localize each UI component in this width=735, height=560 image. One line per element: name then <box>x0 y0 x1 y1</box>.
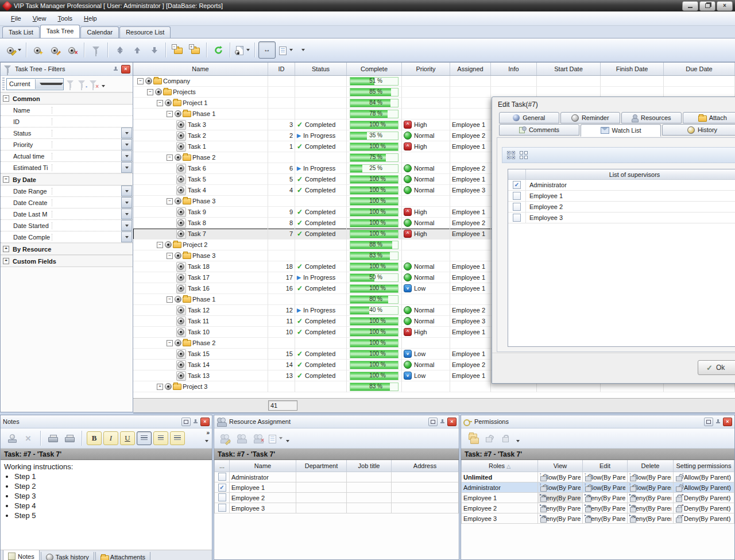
new-task-button[interactable] <box>5 42 22 58</box>
resource-column-department[interactable]: Department <box>296 460 347 472</box>
permissions-close-button[interactable]: × <box>723 418 732 426</box>
italic-button[interactable]: I <box>103 431 118 445</box>
resource-column-name[interactable]: Name <box>230 460 296 472</box>
column-header-status[interactable]: Status <box>295 63 347 75</box>
filter-preset-select[interactable]: Current <box>6 78 64 90</box>
customize-columns-button[interactable] <box>277 42 294 58</box>
underline-button[interactable]: U <box>120 431 135 445</box>
filter-tasks-button[interactable] <box>88 42 104 58</box>
filter-section-common[interactable]: −Common <box>1 92 133 105</box>
chevron-down-icon[interactable] <box>121 220 132 231</box>
permission-cell[interactable]: ↑Allow(By Parent) <box>538 482 583 493</box>
collapse-icon[interactable]: − <box>157 242 163 248</box>
checkbox-cell[interactable] <box>215 493 230 503</box>
fit-columns-button[interactable]: ↔ <box>258 41 276 59</box>
add-task-button[interactable]: ✦ <box>30 42 46 58</box>
unchecked-checkbox[interactable] <box>513 192 521 200</box>
unchecked-checkbox[interactable] <box>218 493 226 501</box>
permissions-row[interactable]: Unlimited↑Allow(By Parent)↑Allow(By Pare… <box>462 472 734 482</box>
permission-cell[interactable]: +Deny(By Parent) <box>674 513 734 524</box>
permissions-column-roles[interactable]: Roles △ <box>462 460 538 472</box>
dialog-tab-reminder[interactable]: Reminder <box>560 112 621 123</box>
expand-icon[interactable]: + <box>3 246 9 252</box>
restore-panel-icon[interactable] <box>704 418 713 426</box>
permission-cell[interactable]: +Deny(By Parent) <box>583 513 628 524</box>
collapse-icon[interactable]: − <box>157 100 163 106</box>
toolbar-overflow-icon[interactable] <box>286 440 289 442</box>
supervisor-row[interactable]: Employee 2 <box>508 202 735 213</box>
permission-cell[interactable]: +Deny(By Parent) <box>628 513 674 524</box>
supervisor-row[interactable]: Employee 3 <box>508 213 735 223</box>
permission-cell[interactable]: ↑Allow(By Parent) <box>674 482 734 493</box>
pin-icon[interactable] <box>192 419 199 425</box>
column-header-id[interactable]: ID <box>268 63 295 75</box>
columns-button[interactable] <box>268 431 283 446</box>
group-row[interactable]: −Company51 % <box>133 76 735 87</box>
minimize-button[interactable] <box>682 1 698 11</box>
delete-x-button[interactable]: ✕ <box>21 431 36 446</box>
menu-file[interactable]: File <box>6 13 26 24</box>
permission-cell[interactable]: ↑Allow(By Parent) <box>628 482 674 493</box>
chevron-down-icon[interactable] <box>121 162 132 173</box>
permission-cell[interactable]: ↑Allow(By Parent) <box>583 472 628 482</box>
resource-column-job-title[interactable]: Job title <box>347 460 392 472</box>
dialog-tab-comments[interactable]: Comments <box>499 124 579 136</box>
permission-cell[interactable]: ↑Allow(By Parent) <box>674 472 734 482</box>
notes-close-button[interactable]: × <box>200 418 210 426</box>
resource-roles-button[interactable] <box>234 431 249 446</box>
permission-cell[interactable]: +Deny(By Parent) <box>583 493 628 503</box>
collapse-all-button[interactable]: − <box>169 42 185 58</box>
check-all-icon[interactable] <box>507 151 515 159</box>
clear-filter-icon[interactable]: × <box>88 79 98 89</box>
column-header-assigned[interactable]: Assigned <box>450 63 491 75</box>
permission-cell[interactable]: +Deny(By Parent) <box>538 513 583 524</box>
expand-icon[interactable]: + <box>3 258 9 264</box>
restore-panel-icon[interactable] <box>181 418 191 426</box>
permission-cell[interactable]: +Deny(By Parent) <box>538 503 583 513</box>
expand-icon[interactable]: + <box>157 384 163 390</box>
unchecked-checkbox[interactable] <box>218 473 226 481</box>
dialog-tab-general[interactable]: General <box>499 112 559 123</box>
permissions-column-view[interactable]: View <box>538 460 583 472</box>
collapse-icon[interactable]: − <box>167 340 173 346</box>
close-button[interactable]: × <box>717 1 733 11</box>
resource-row[interactable]: Employee 2 <box>215 493 459 503</box>
dialog-tab-watch-list[interactable]: Watch List <box>581 124 661 137</box>
permission-cell[interactable]: +Deny(By Parent) <box>628 503 674 513</box>
filter-section-custom-fields[interactable]: +Custom Fields <box>1 255 133 267</box>
ok-button[interactable]: ✓ Ok <box>698 360 735 375</box>
collapse-icon[interactable]: − <box>137 78 144 84</box>
restore-button[interactable] <box>699 1 715 11</box>
supervisor-row[interactable]: Employee 1 <box>508 191 735 202</box>
unchecked-checkbox[interactable] <box>218 504 226 512</box>
permissions-column-setting-permissions[interactable]: Setting permissions <box>674 460 734 472</box>
filter-section-by-date[interactable]: −By Date <box>1 173 133 186</box>
resource-close-button[interactable]: × <box>447 418 457 426</box>
collapse-icon[interactable]: − <box>167 253 173 259</box>
move-down-button[interactable] <box>146 42 162 58</box>
column-header-start-date[interactable]: Start Date <box>537 63 601 75</box>
permission-cell[interactable]: +Deny(By Parent) <box>628 493 674 503</box>
permission-cell[interactable]: +Deny(By Parent) <box>674 503 734 513</box>
collapse-icon[interactable]: − <box>167 111 173 117</box>
checkbox-cell[interactable]: ✓ <box>215 482 230 493</box>
checkbox-cell[interactable] <box>215 503 230 513</box>
collapse-icon[interactable]: − <box>3 176 9 183</box>
filter-section-by-resource[interactable]: +By Resource <box>1 243 133 255</box>
chevron-down-icon[interactable] <box>121 208 132 219</box>
chevron-down-icon[interactable] <box>121 150 132 161</box>
permission-cell[interactable]: +Deny(By Parent) <box>583 503 628 513</box>
bold-button[interactable]: B <box>87 431 102 445</box>
unlock-button[interactable] <box>481 431 496 446</box>
filter-overflow-icon[interactable] <box>102 85 105 87</box>
checkbox-cell[interactable] <box>215 472 230 482</box>
column-header-finish-date[interactable]: Finish Date <box>601 63 664 75</box>
refresh-button[interactable] <box>210 42 226 58</box>
filter-close-button[interactable]: × <box>121 65 130 74</box>
export-button[interactable] <box>234 42 251 58</box>
move-up-button[interactable] <box>129 42 145 58</box>
permissions-row[interactable]: Employee 2+Deny(By Parent)+Deny(By Paren… <box>462 503 734 513</box>
tab-task-list[interactable]: Task List <box>2 26 40 38</box>
lock-button[interactable] <box>498 431 513 446</box>
resource-column-check[interactable]: ... <box>215 460 230 472</box>
